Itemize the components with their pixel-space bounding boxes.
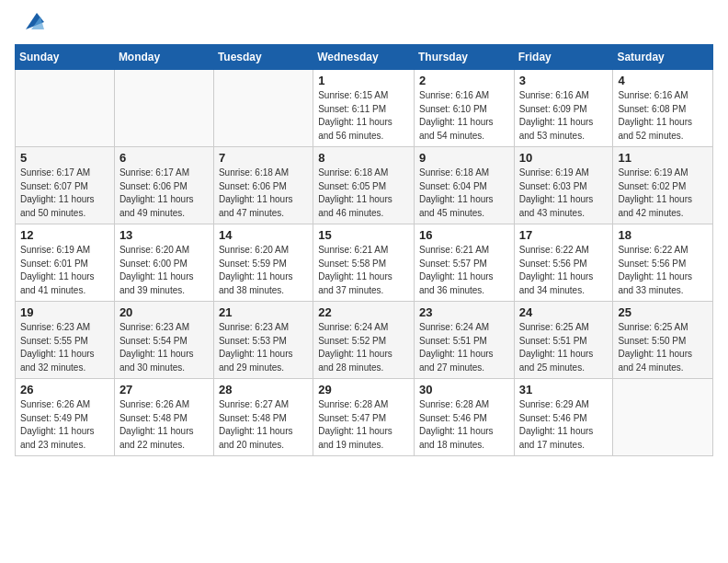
day-detail: Sunrise: 6:15 AM Sunset: 6:11 PM Dayligh… [318,89,409,143]
calendar-cell: 6Sunrise: 6:17 AM Sunset: 6:06 PM Daylig… [114,147,213,224]
calendar-cell: 19Sunrise: 6:23 AM Sunset: 5:55 PM Dayli… [16,302,115,379]
calendar-week-row: 1Sunrise: 6:15 AM Sunset: 6:11 PM Daylig… [16,70,713,147]
calendar-cell: 3Sunrise: 6:16 AM Sunset: 6:09 PM Daylig… [514,70,613,147]
day-number: 3 [519,74,609,87]
calendar-cell: 17Sunrise: 6:22 AM Sunset: 5:56 PM Dayli… [514,224,613,302]
day-number: 15 [318,228,409,242]
col-header-thursday: Thursday [414,45,514,70]
day-number: 7 [219,151,308,165]
calendar-week-row: 5Sunrise: 6:17 AM Sunset: 6:07 PM Daylig… [16,147,713,224]
calendar-cell: 16Sunrise: 6:21 AM Sunset: 5:57 PM Dayli… [414,224,514,302]
calendar-header-row: SundayMondayTuesdayWednesdayThursdayFrid… [16,45,713,70]
calendar-cell: 25Sunrise: 6:25 AM Sunset: 5:50 PM Dayli… [613,302,713,379]
col-header-monday: Monday [114,45,213,70]
calendar-cell: 24Sunrise: 6:25 AM Sunset: 5:51 PM Dayli… [514,302,613,379]
calendar-cell: 31Sunrise: 6:29 AM Sunset: 5:46 PM Dayli… [514,379,613,456]
day-number: 28 [219,383,308,396]
day-detail: Sunrise: 6:19 AM Sunset: 6:02 PM Dayligh… [618,167,708,220]
calendar-cell: 21Sunrise: 6:23 AM Sunset: 5:53 PM Dayli… [213,302,313,379]
calendar-cell: 11Sunrise: 6:19 AM Sunset: 6:02 PM Dayli… [613,147,713,224]
day-number: 2 [419,74,509,87]
calendar-cell: 9Sunrise: 6:18 AM Sunset: 6:04 PM Daylig… [414,147,514,224]
day-number: 30 [419,383,509,396]
day-detail: Sunrise: 6:21 AM Sunset: 5:58 PM Dayligh… [318,244,409,297]
col-header-sunday: Sunday [16,45,115,70]
day-detail: Sunrise: 6:19 AM Sunset: 6:03 PM Dayligh… [519,167,609,220]
day-detail: Sunrise: 6:28 AM Sunset: 5:47 PM Dayligh… [318,398,409,452]
day-detail: Sunrise: 6:22 AM Sunset: 5:56 PM Dayligh… [519,244,609,297]
calendar-cell: 20Sunrise: 6:23 AM Sunset: 5:54 PM Dayli… [114,302,213,379]
day-detail: Sunrise: 6:18 AM Sunset: 6:06 PM Dayligh… [219,167,308,220]
day-detail: Sunrise: 6:17 AM Sunset: 6:06 PM Dayligh… [119,167,209,220]
day-number: 4 [618,74,708,87]
day-detail: Sunrise: 6:16 AM Sunset: 6:09 PM Dayligh… [519,89,609,143]
logo-icon [18,9,44,37]
day-detail: Sunrise: 6:23 AM Sunset: 5:54 PM Dayligh… [119,321,209,374]
calendar-cell: 26Sunrise: 6:26 AM Sunset: 5:49 PM Dayli… [16,379,115,456]
calendar-cell: 22Sunrise: 6:24 AM Sunset: 5:52 PM Dayli… [313,302,415,379]
day-number: 21 [219,305,308,319]
calendar-table: SundayMondayTuesdayWednesdayThursdayFrid… [15,44,713,456]
day-number: 19 [20,305,109,319]
day-number: 5 [20,151,109,165]
day-number: 13 [119,228,209,242]
day-detail: Sunrise: 6:22 AM Sunset: 5:56 PM Dayligh… [618,244,708,297]
day-detail: Sunrise: 6:27 AM Sunset: 5:48 PM Dayligh… [219,398,308,452]
day-number: 12 [20,228,109,242]
calendar-cell: 28Sunrise: 6:27 AM Sunset: 5:48 PM Dayli… [213,379,313,456]
day-detail: Sunrise: 6:16 AM Sunset: 6:10 PM Dayligh… [419,89,509,143]
calendar-cell: 13Sunrise: 6:20 AM Sunset: 6:00 PM Dayli… [114,224,213,302]
day-detail: Sunrise: 6:17 AM Sunset: 6:07 PM Dayligh… [20,167,109,220]
calendar-cell: 12Sunrise: 6:19 AM Sunset: 6:01 PM Dayli… [16,224,115,302]
day-number: 29 [318,383,409,396]
col-header-tuesday: Tuesday [213,45,313,70]
day-number: 22 [318,305,409,319]
calendar-cell: 27Sunrise: 6:26 AM Sunset: 5:48 PM Dayli… [114,379,213,456]
calendar-cell: 4Sunrise: 6:16 AM Sunset: 6:08 PM Daylig… [613,70,713,147]
calendar-cell: 5Sunrise: 6:17 AM Sunset: 6:07 PM Daylig… [16,147,115,224]
calendar-cell: 18Sunrise: 6:22 AM Sunset: 5:56 PM Dayli… [613,224,713,302]
page-header [15,15,713,37]
day-detail: Sunrise: 6:26 AM Sunset: 5:48 PM Dayligh… [119,398,209,452]
day-detail: Sunrise: 6:21 AM Sunset: 5:57 PM Dayligh… [419,244,509,297]
calendar-cell: 8Sunrise: 6:18 AM Sunset: 6:05 PM Daylig… [313,147,415,224]
day-detail: Sunrise: 6:26 AM Sunset: 5:49 PM Dayligh… [20,398,109,452]
logo [15,15,44,37]
calendar-cell: 1Sunrise: 6:15 AM Sunset: 6:11 PM Daylig… [313,70,415,147]
day-number: 18 [618,228,708,242]
day-detail: Sunrise: 6:28 AM Sunset: 5:46 PM Dayligh… [419,398,509,452]
day-number: 24 [519,305,609,319]
calendar-week-row: 19Sunrise: 6:23 AM Sunset: 5:55 PM Dayli… [16,302,713,379]
day-detail: Sunrise: 6:18 AM Sunset: 6:05 PM Dayligh… [318,167,409,220]
day-detail: Sunrise: 6:24 AM Sunset: 5:51 PM Dayligh… [419,321,509,374]
day-detail: Sunrise: 6:20 AM Sunset: 5:59 PM Dayligh… [219,244,308,297]
calendar-cell: 10Sunrise: 6:19 AM Sunset: 6:03 PM Dayli… [514,147,613,224]
day-detail: Sunrise: 6:25 AM Sunset: 5:50 PM Dayligh… [618,321,708,374]
calendar-cell: 23Sunrise: 6:24 AM Sunset: 5:51 PM Dayli… [414,302,514,379]
day-number: 14 [219,228,308,242]
calendar-cell: 14Sunrise: 6:20 AM Sunset: 5:59 PM Dayli… [213,224,313,302]
day-number: 16 [419,228,509,242]
day-number: 9 [419,151,509,165]
day-detail: Sunrise: 6:23 AM Sunset: 5:53 PM Dayligh… [219,321,308,374]
day-number: 1 [318,74,409,87]
day-number: 20 [119,305,209,319]
day-detail: Sunrise: 6:18 AM Sunset: 6:04 PM Dayligh… [419,167,509,220]
calendar-cell [213,70,313,147]
calendar-cell: 7Sunrise: 6:18 AM Sunset: 6:06 PM Daylig… [213,147,313,224]
day-number: 10 [519,151,609,165]
calendar-cell: 29Sunrise: 6:28 AM Sunset: 5:47 PM Dayli… [313,379,415,456]
col-header-friday: Friday [514,45,613,70]
calendar-week-row: 26Sunrise: 6:26 AM Sunset: 5:49 PM Dayli… [16,379,713,456]
day-number: 23 [419,305,509,319]
calendar-cell: 30Sunrise: 6:28 AM Sunset: 5:46 PM Dayli… [414,379,514,456]
day-detail: Sunrise: 6:19 AM Sunset: 6:01 PM Dayligh… [20,244,109,297]
day-detail: Sunrise: 6:29 AM Sunset: 5:46 PM Dayligh… [519,398,609,452]
day-detail: Sunrise: 6:20 AM Sunset: 6:00 PM Dayligh… [119,244,209,297]
day-number: 25 [618,305,708,319]
day-detail: Sunrise: 6:16 AM Sunset: 6:08 PM Dayligh… [618,89,708,143]
day-number: 26 [20,383,109,396]
calendar-cell [16,70,115,147]
day-detail: Sunrise: 6:25 AM Sunset: 5:51 PM Dayligh… [519,321,609,374]
col-header-saturday: Saturday [613,45,713,70]
